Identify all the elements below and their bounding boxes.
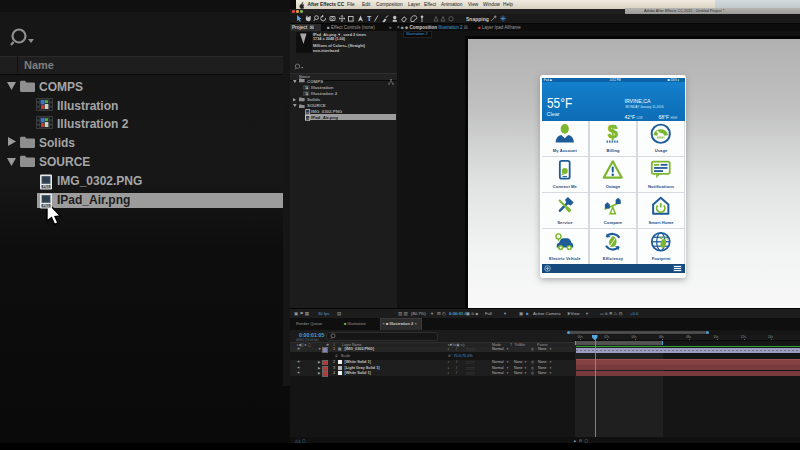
svg-text:PNG: PNG (43, 204, 50, 208)
svg-text:$: $ (608, 123, 618, 142)
svg-text:T: T (367, 15, 372, 22)
svg-text:PNG: PNG (43, 185, 50, 189)
